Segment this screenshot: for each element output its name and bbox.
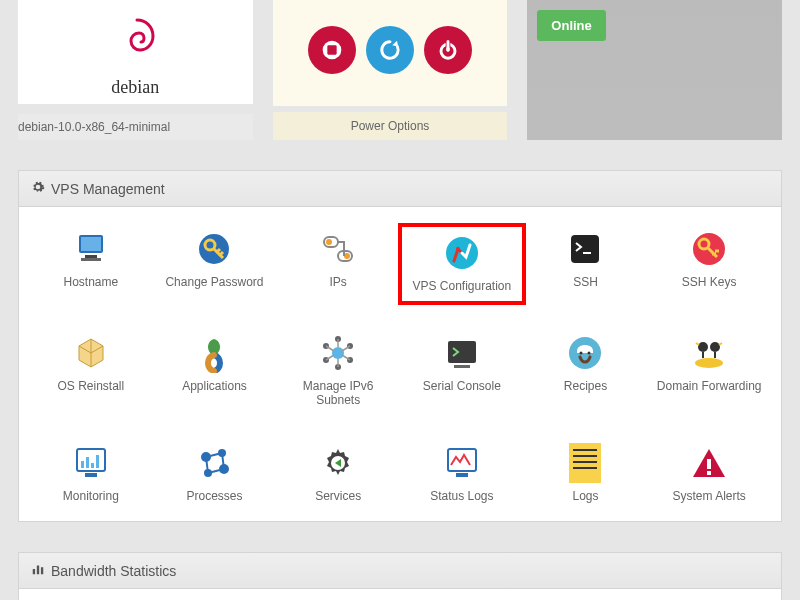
power-options-card: Power Options [273, 0, 508, 140]
system-alerts-icon [689, 443, 729, 483]
svg-point-37 [695, 358, 723, 368]
bandwidth-header: Bandwidth Statistics [19, 553, 781, 589]
tile-label: Serial Console [423, 379, 501, 393]
svg-rect-53 [707, 459, 711, 469]
top-summary-row: debian debian-10.0-x86_64-minimal [18, 0, 782, 140]
recipes-icon [565, 333, 605, 373]
svg-point-35 [580, 352, 583, 355]
tile-label: Hostname [63, 275, 118, 289]
logs-icon [565, 443, 605, 483]
tile-label: SSH [573, 275, 598, 289]
svg-point-38 [698, 342, 708, 352]
ssh-keys-icon [689, 229, 729, 269]
tile-manage-ipv6-subnets[interactable]: Manage IPv6 Subnets [276, 329, 400, 413]
power-options-label: Power Options [273, 112, 508, 140]
services-icon [318, 443, 358, 483]
status-badge: Online [537, 10, 605, 41]
tile-monitoring[interactable]: Monitoring [29, 439, 153, 509]
svg-rect-2 [327, 45, 336, 54]
ips-icon [318, 229, 358, 269]
tile-hostname[interactable]: Hostname [29, 225, 153, 303]
tile-label: Status Logs [430, 489, 493, 503]
status-card: Online [527, 0, 782, 140]
svg-rect-44 [96, 455, 99, 468]
status-logs-icon [442, 443, 482, 483]
svg-rect-52 [456, 473, 468, 477]
change-password-icon [194, 229, 234, 269]
tile-ssh[interactable]: SSH [524, 225, 648, 303]
svg-rect-56 [37, 566, 39, 575]
tile-services[interactable]: Services [276, 439, 400, 509]
svg-point-17 [326, 239, 332, 245]
stop-button[interactable] [308, 26, 356, 74]
tile-processes[interactable]: Processes [153, 439, 277, 509]
panel-title: VPS Management [51, 181, 165, 197]
debian-logo-icon [107, 14, 163, 73]
svg-rect-57 [41, 567, 43, 574]
tile-logs[interactable]: Logs [524, 439, 648, 509]
vps-management-header: VPS Management [19, 171, 781, 207]
svg-point-20 [456, 247, 460, 251]
tile-serial-console[interactable]: Serial Console [400, 329, 524, 413]
tile-label: Services [315, 489, 361, 503]
tile-applications[interactable]: Applications [153, 329, 277, 413]
svg-point-36 [588, 352, 591, 355]
tile-label: System Alerts [672, 489, 745, 503]
svg-rect-32 [448, 341, 476, 363]
tile-ssh-keys[interactable]: SSH Keys [647, 225, 771, 303]
svg-point-25 [332, 347, 344, 359]
tile-label: Domain Forwarding [657, 379, 762, 393]
svg-rect-45 [85, 473, 97, 477]
bandwidth-panel: Bandwidth Statistics Prev Month Bandwidt… [18, 552, 782, 600]
tile-label: Monitoring [63, 489, 119, 503]
vps-management-panel: VPS Management HostnameChange PasswordIP… [18, 170, 782, 522]
hostname-icon [71, 229, 111, 269]
svg-rect-11 [85, 255, 97, 258]
svg-rect-10 [81, 237, 101, 251]
svg-rect-54 [707, 471, 711, 475]
svg-point-39 [710, 342, 720, 352]
tile-system-alerts[interactable]: System Alerts [647, 439, 771, 509]
os-version-label: debian-10.0-x86_64-minimal [18, 114, 253, 140]
serial-console-icon [442, 333, 482, 373]
tile-label: Logs [572, 489, 598, 503]
manage-ipv6-subnets-icon [318, 333, 358, 373]
tile-domain-forwarding[interactable]: Domain Forwarding [647, 329, 771, 413]
tile-label: SSH Keys [682, 275, 737, 289]
svg-rect-42 [86, 457, 89, 468]
gear-icon [31, 180, 45, 197]
tile-label: Processes [186, 489, 242, 503]
power-button[interactable] [424, 26, 472, 74]
restart-button[interactable] [366, 26, 414, 74]
tile-change-password[interactable]: Change Password [153, 225, 277, 303]
bar-chart-icon [31, 562, 45, 579]
management-grid: HostnameChange PasswordIPsVPS Configurat… [29, 225, 771, 509]
tile-label: Change Password [165, 275, 263, 289]
tile-label: Manage IPv6 Subnets [280, 379, 396, 407]
os-card: debian debian-10.0-x86_64-minimal [18, 0, 253, 140]
svg-rect-21 [571, 235, 599, 263]
tile-vps-configuration[interactable]: VPS Configuration [400, 225, 524, 303]
tile-label: Applications [182, 379, 247, 393]
tile-label: VPS Configuration [412, 279, 511, 293]
applications-icon [194, 333, 234, 373]
tile-label: IPs [329, 275, 346, 289]
tile-os-reinstall[interactable]: OS Reinstall [29, 329, 153, 413]
processes-icon [194, 443, 234, 483]
ssh-icon [565, 229, 605, 269]
domain-forwarding-icon [689, 333, 729, 373]
panel-title: Bandwidth Statistics [51, 563, 176, 579]
os-reinstall-icon [71, 333, 111, 373]
tile-label: Recipes [564, 379, 607, 393]
tile-status-logs[interactable]: Status Logs [400, 439, 524, 509]
tile-recipes[interactable]: Recipes [524, 329, 648, 413]
svg-rect-41 [81, 461, 84, 468]
vps-configuration-icon [442, 233, 482, 273]
os-name: debian [111, 77, 159, 98]
tile-label: OS Reinstall [57, 379, 124, 393]
tile-ips[interactable]: IPs [276, 225, 400, 303]
svg-rect-12 [81, 258, 101, 261]
svg-rect-55 [33, 569, 35, 574]
svg-rect-33 [454, 365, 470, 368]
svg-rect-43 [91, 463, 94, 468]
